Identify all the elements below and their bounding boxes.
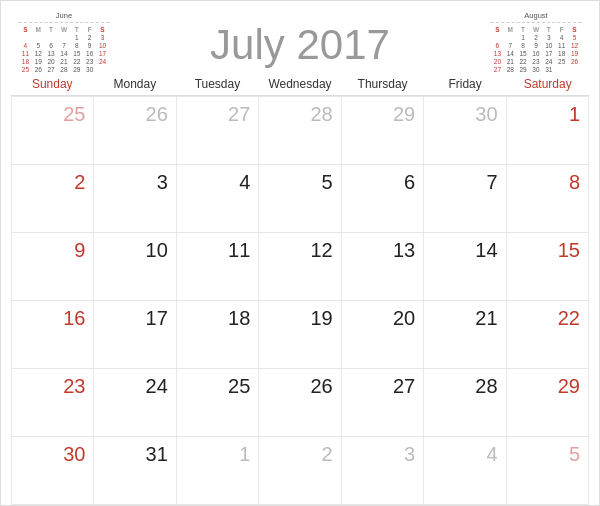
date-number: 14 [475, 239, 497, 261]
calendar-cell-4-1[interactable]: 24 [94, 369, 176, 436]
calendar-cell-2-3[interactable]: 12 [259, 233, 341, 300]
calendar-cell-4-2[interactable]: 25 [177, 369, 259, 436]
date-number: 31 [146, 443, 168, 465]
date-number: 3 [404, 443, 415, 465]
date-number: 25 [228, 375, 250, 397]
day-saturday: Saturday [506, 77, 589, 91]
week-row-2: 2345678 [12, 165, 589, 233]
calendar-cell-1-3[interactable]: 5 [259, 165, 341, 232]
calendar-cell-0-1[interactable]: 26 [94, 97, 176, 164]
date-number: 26 [310, 375, 332, 397]
calendar-cell-0-4[interactable]: 29 [342, 97, 424, 164]
calendar-cell-5-1[interactable]: 31 [94, 437, 176, 504]
date-number: 4 [239, 171, 250, 193]
calendar-cell-4-0[interactable]: 23 [12, 369, 94, 436]
date-number: 29 [558, 375, 580, 397]
date-number: 2 [74, 171, 85, 193]
date-number: 29 [393, 103, 415, 125]
calendar-title: July 2017 [109, 19, 491, 66]
calendar-cell-2-5[interactable]: 14 [424, 233, 506, 300]
days-of-week-header: Sunday Monday Tuesday Wednesday Thursday… [11, 73, 589, 96]
date-number: 20 [393, 307, 415, 329]
calendar-cell-5-2[interactable]: 1 [177, 437, 259, 504]
date-number: 9 [74, 239, 85, 261]
calendar-cell-3-1[interactable]: 17 [94, 301, 176, 368]
calendar-cell-4-6[interactable]: 29 [507, 369, 589, 436]
date-number: 5 [322, 171, 333, 193]
day-friday: Friday [424, 77, 507, 91]
calendar: June SMTWTFS 123 45678910 11121314151617… [0, 0, 600, 506]
date-number: 26 [146, 103, 168, 125]
date-number: 1 [569, 103, 580, 125]
day-tuesday: Tuesday [176, 77, 259, 91]
day-sunday: Sunday [11, 77, 94, 91]
august-mini-calendar: August SMTWTFS 12345 6789101112 13141516… [491, 11, 581, 73]
calendar-cell-1-6[interactable]: 8 [507, 165, 589, 232]
date-number: 30 [63, 443, 85, 465]
calendar-grid: 2526272829301234567891011121314151617181… [11, 96, 589, 505]
calendar-cell-4-5[interactable]: 28 [424, 369, 506, 436]
date-number: 22 [558, 307, 580, 329]
june-mini-calendar: June SMTWTFS 123 45678910 11121314151617… [19, 11, 109, 73]
calendar-cell-0-2[interactable]: 27 [177, 97, 259, 164]
date-number: 8 [569, 171, 580, 193]
date-number: 2 [322, 443, 333, 465]
calendar-cell-1-5[interactable]: 7 [424, 165, 506, 232]
date-number: 23 [63, 375, 85, 397]
date-number: 6 [404, 171, 415, 193]
calendar-cell-1-0[interactable]: 2 [12, 165, 94, 232]
calendar-cell-1-1[interactable]: 3 [94, 165, 176, 232]
date-number: 19 [310, 307, 332, 329]
date-number: 28 [475, 375, 497, 397]
date-number: 21 [475, 307, 497, 329]
calendar-cell-0-3[interactable]: 28 [259, 97, 341, 164]
calendar-cell-5-4[interactable]: 3 [342, 437, 424, 504]
day-wednesday: Wednesday [259, 77, 342, 91]
calendar-cell-4-3[interactable]: 26 [259, 369, 341, 436]
calendar-cell-2-1[interactable]: 10 [94, 233, 176, 300]
date-number: 17 [146, 307, 168, 329]
calendar-cell-2-4[interactable]: 13 [342, 233, 424, 300]
calendar-cell-5-0[interactable]: 30 [12, 437, 94, 504]
date-number: 28 [310, 103, 332, 125]
date-number: 7 [486, 171, 497, 193]
date-number: 30 [475, 103, 497, 125]
date-number: 3 [157, 171, 168, 193]
calendar-cell-2-2[interactable]: 11 [177, 233, 259, 300]
date-number: 25 [63, 103, 85, 125]
calendar-cell-5-5[interactable]: 4 [424, 437, 506, 504]
date-number: 5 [569, 443, 580, 465]
week-row-3: 9101112131415 [12, 233, 589, 301]
date-number: 10 [146, 239, 168, 261]
calendar-cell-5-3[interactable]: 2 [259, 437, 341, 504]
calendar-cell-1-2[interactable]: 4 [177, 165, 259, 232]
calendar-cell-0-5[interactable]: 30 [424, 97, 506, 164]
week-row-5: 23242526272829 [12, 369, 589, 437]
week-row-4: 16171819202122 [12, 301, 589, 369]
date-number: 12 [310, 239, 332, 261]
calendar-cell-3-6[interactable]: 22 [507, 301, 589, 368]
date-number: 27 [393, 375, 415, 397]
calendar-cell-2-0[interactable]: 9 [12, 233, 94, 300]
date-number: 18 [228, 307, 250, 329]
calendar-cell-1-4[interactable]: 6 [342, 165, 424, 232]
calendar-cell-2-6[interactable]: 15 [507, 233, 589, 300]
calendar-cell-3-0[interactable]: 16 [12, 301, 94, 368]
date-number: 13 [393, 239, 415, 261]
calendar-cell-3-4[interactable]: 20 [342, 301, 424, 368]
date-number: 1 [239, 443, 250, 465]
date-number: 27 [228, 103, 250, 125]
date-number: 24 [146, 375, 168, 397]
calendar-cell-3-2[interactable]: 18 [177, 301, 259, 368]
calendar-cell-0-0[interactable]: 25 [12, 97, 94, 164]
date-number: 4 [486, 443, 497, 465]
calendar-cell-3-3[interactable]: 19 [259, 301, 341, 368]
calendar-header: June SMTWTFS 123 45678910 11121314151617… [1, 1, 599, 73]
calendar-cell-3-5[interactable]: 21 [424, 301, 506, 368]
calendar-cell-5-6[interactable]: 5 [507, 437, 589, 504]
calendar-cell-4-4[interactable]: 27 [342, 369, 424, 436]
june-mini-title: June [19, 11, 109, 20]
day-thursday: Thursday [341, 77, 424, 91]
calendar-cell-0-6[interactable]: 1 [507, 97, 589, 164]
date-number: 11 [228, 239, 250, 261]
